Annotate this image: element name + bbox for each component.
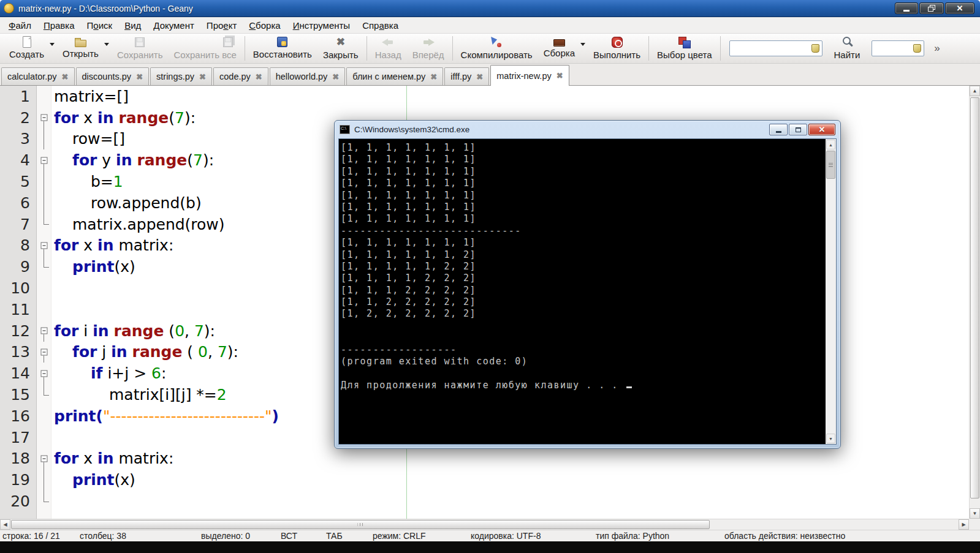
scroll-up-arrow-icon[interactable]: ▲ [970,86,980,96]
open-dropdown-arrow-icon[interactable] [104,43,109,46]
tab-close-icon[interactable]: ✖ [430,73,437,81]
line-number: 17 [0,427,37,448]
fold-collapse-icon[interactable] [40,348,47,355]
toolbar-button-find[interactable]: Найти [829,34,866,62]
line-number: 11 [0,299,37,320]
search-input[interactable] [730,41,822,56]
cmd-title-bar[interactable]: C:\Windows\system32\cmd.exe ✕ [335,121,840,138]
menu-item-help[interactable]: Справка [356,18,405,32]
tab-helloworld-py[interactable]: helloworld.py✖ [270,67,346,85]
cmd-scroll-thumb[interactable] [826,151,835,179]
tab-close-icon[interactable]: ✖ [136,73,143,81]
code-token: (x) [115,471,135,489]
code-line-20: 20 [0,491,969,512]
toolbar-button-compile[interactable]: Скомпилировать [455,34,538,62]
build-dropdown-arrow-icon[interactable] [580,43,585,46]
status-tab-mode: ТАБ [326,531,343,541]
toolbar-button-forward[interactable]: Вперёд [407,34,450,62]
code-text[interactable]: for x in matrix: [51,448,969,470]
cmd-scroll-down-arrow-icon[interactable]: ▼ [826,434,835,443]
tab-close-icon[interactable]: ✖ [332,73,339,81]
back-arrow-icon [382,36,394,48]
cmd-window[interactable]: C:\Windows\system32\cmd.exe ✕ [1, 1, 1, … [334,120,841,449]
cmd-minimize-button[interactable] [769,124,788,135]
geany-app-icon [4,3,14,13]
tab-matrix-new-py[interactable]: matrix-new.py✖ [490,65,569,86]
toolbar-button-color-chooser[interactable]: Выбор цвета [651,34,718,62]
tab-close-icon[interactable]: ✖ [556,72,563,80]
tab-label: calculator.py [7,72,57,81]
toolbar-button-execute[interactable]: Выполнить [588,34,646,62]
fold-collapse-icon[interactable] [40,157,47,164]
toolbar-overflow-chevron-icon[interactable]: » [934,42,940,55]
code-text[interactable] [51,491,969,512]
tab-calculator-py[interactable]: calculator.py✖ [1,67,75,85]
tab-code-py[interactable]: code.py✖ [213,67,268,85]
scroll-down-arrow-icon[interactable]: ▼ [970,508,980,519]
toolbar-button-open[interactable]: Открыть [57,34,104,62]
fold-connector [44,384,44,394]
cmd-window-title: C:\Windows\system32\cmd.exe [354,125,469,134]
menu-item-edit[interactable]: Правка [37,18,81,32]
toolbar-button-label: Выполнить [593,50,640,60]
menu-bar: ФайлПравкаПоискВидДокументПроектСборкаИн… [0,17,980,34]
title-bar[interactable]: matrix-new.py - D:\Classroom\Python - Ge… [0,0,980,17]
editor-vertical-scrollbar[interactable]: ▲ ▼ [969,86,980,519]
cmd-scrollbar[interactable]: ▲ ▼ [826,139,836,444]
toolbar-button-save-all[interactable]: Сохранить все [168,34,241,62]
fold-connector-end [44,224,49,225]
toolbar-button-back[interactable]: Назад [370,34,407,62]
menu-item-tools[interactable]: Инструменты [287,18,357,32]
tab-discounts-py[interactable]: discounts.py✖ [76,67,150,85]
toolbar-button-new-document[interactable]: Создать [4,34,50,62]
tab-strings-py[interactable]: strings.py✖ [150,67,212,85]
fold-collapse-icon[interactable] [40,115,47,121]
tab-ifff-py[interactable]: ifff.py✖ [444,67,489,85]
tab-label: code.py [219,72,251,81]
vertical-scroll-thumb[interactable] [970,97,979,498]
tab-py[interactable]: блин с именем.py✖ [346,67,443,85]
fold-collapse-icon[interactable] [40,455,47,462]
fold-collapse-icon[interactable] [40,328,47,334]
new-document-dropdown-arrow-icon[interactable] [50,43,55,46]
tab-close-icon[interactable]: ✖ [62,73,69,81]
code-token: in [97,236,113,254]
cmd-console[interactable]: [1, 1, 1, 1, 1, 1, 1][1, 1, 1, 1, 1, 1, … [338,138,837,445]
menu-item-file[interactable]: Файл [2,18,37,32]
console-line: [1, 1, 1, 1, 1, 1, 1] [341,201,824,213]
code-text[interactable]: print(x) [51,469,969,491]
goto-entry[interactable] [872,40,924,56]
toolbar-button-label: Найти [834,50,860,60]
menu-item-document[interactable]: Документ [147,18,200,32]
tab-close-icon[interactable]: ✖ [476,73,483,81]
window-title: matrix-new.py - D:\Classroom\Python - Ge… [18,4,193,13]
cmd-maximize-button[interactable] [789,124,807,135]
status-filetype: тип файла: Python [596,531,669,541]
editor-horizontal-scrollbar[interactable]: ◀ ▶ [0,519,969,530]
toolbar-button-build[interactable]: Сборка [538,34,580,62]
toolbar-button-close-doc[interactable]: Закрыть [317,34,364,62]
code-token: matrix: [113,236,173,254]
scroll-right-arrow-icon[interactable]: ▶ [959,519,969,530]
close-button[interactable]: ✕ [945,2,974,14]
menu-item-view[interactable]: Вид [118,18,147,32]
scroll-left-arrow-icon[interactable]: ◀ [0,519,10,530]
horizontal-scroll-thumb[interactable] [11,520,710,529]
fold-collapse-icon[interactable] [40,370,47,377]
menu-item-build[interactable]: Сборка [243,18,286,32]
minimize-button[interactable] [895,2,918,14]
cmd-scroll-up-arrow-icon[interactable]: ▲ [826,140,835,149]
menu-item-search[interactable]: Поиск [81,18,119,32]
menu-item-project[interactable]: Проект [200,18,243,32]
restore-button[interactable] [919,2,944,14]
tab-close-icon[interactable]: ✖ [199,73,206,81]
toolbar-button-revert[interactable]: Восстановить [248,34,317,62]
search-entry[interactable] [729,40,822,56]
code-token: print [72,258,115,276]
cmd-close-button[interactable]: ✕ [808,124,835,135]
fold-collapse-icon[interactable] [40,242,47,249]
tab-close-icon[interactable]: ✖ [256,73,262,81]
toolbar-button-save[interactable]: Сохранить [112,34,169,62]
code-text[interactable]: matrix=[] [51,86,969,107]
line-number: 2 [0,107,37,129]
